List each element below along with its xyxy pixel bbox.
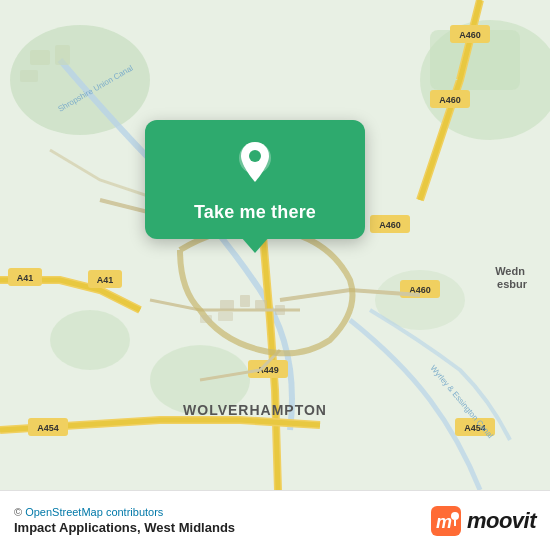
svg-rect-36	[30, 50, 50, 65]
popup-card: Take me there	[145, 120, 365, 239]
bottom-bar: © OpenStreetMap contributors Impact Appl…	[0, 490, 550, 550]
svg-text:A460: A460	[379, 220, 401, 230]
svg-rect-38	[20, 70, 38, 82]
svg-rect-32	[255, 300, 267, 309]
svg-rect-34	[200, 315, 212, 323]
map-background: A460 A460 A460 A460 A41 A41 A449 A454 A4…	[0, 0, 550, 490]
take-me-there-button[interactable]: Take me there	[194, 202, 316, 223]
svg-text:A41: A41	[97, 275, 114, 285]
svg-text:Wedn: Wedn	[495, 265, 525, 277]
svg-text:WOLVERHAMPTON: WOLVERHAMPTON	[183, 402, 327, 418]
svg-rect-31	[240, 295, 250, 307]
svg-point-40	[249, 150, 261, 162]
map-attribution: © OpenStreetMap contributors	[14, 506, 235, 518]
svg-text:A460: A460	[439, 95, 461, 105]
app-name: Impact Applications	[14, 520, 137, 535]
moovit-icon: m	[431, 506, 461, 536]
map-container[interactable]: A460 A460 A460 A460 A41 A41 A449 A454 A4…	[0, 0, 550, 490]
moovit-brand-text: moovit	[467, 508, 536, 534]
app-info: Impact Applications, West Midlands	[14, 520, 235, 535]
svg-text:A454: A454	[37, 423, 59, 433]
location-pin-icon	[229, 138, 281, 190]
svg-text:m: m	[436, 512, 452, 532]
svg-text:esbur: esbur	[497, 278, 528, 290]
svg-rect-37	[55, 45, 70, 65]
svg-rect-35	[218, 312, 233, 321]
osm-link[interactable]: OpenStreetMap contributors	[25, 506, 163, 518]
region: West Midlands	[144, 520, 235, 535]
bottom-left-info: © OpenStreetMap contributors Impact Appl…	[14, 506, 235, 535]
svg-point-43	[451, 512, 459, 520]
svg-text:A460: A460	[459, 30, 481, 40]
svg-text:A41: A41	[17, 273, 34, 283]
svg-rect-30	[220, 300, 234, 310]
svg-rect-33	[275, 305, 285, 315]
svg-point-4	[50, 310, 130, 370]
moovit-logo[interactable]: m moovit	[431, 506, 536, 536]
